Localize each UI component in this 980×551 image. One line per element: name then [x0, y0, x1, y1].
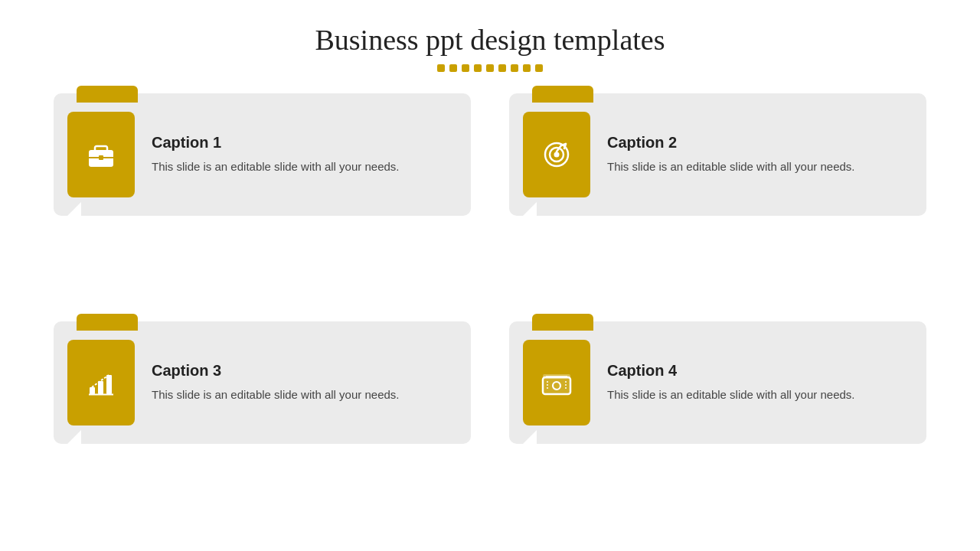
svg-rect-1: [95, 146, 107, 152]
svg-rect-11: [90, 387, 95, 394]
card-4: Caption 4 This slide is an editable slid…: [509, 321, 926, 444]
briefcase-icon: [84, 138, 118, 171]
card-2-icon-block: [523, 112, 590, 197]
card-4-text: Caption 4 This slide is an editable slid…: [607, 362, 855, 403]
card-4-caption: Caption 4: [607, 362, 855, 380]
cards-grid: Caption 1 This slide is an editable slid…: [54, 93, 926, 528]
card-2-text: Caption 2 This slide is an editable slid…: [607, 134, 855, 175]
dot-2: [449, 64, 457, 72]
dot-1: [437, 64, 445, 72]
card-wrapper-1: Caption 1 This slide is an editable slid…: [54, 93, 471, 300]
card-2: Caption 2 This slide is an editable slid…: [509, 93, 926, 216]
card-tab-2: [532, 86, 593, 103]
svg-rect-4: [99, 155, 103, 160]
card-wrapper-3: Caption 3 This slide is an editable slid…: [54, 321, 471, 528]
card-4-body: This slide is an editable slide with all…: [607, 386, 855, 403]
card-tab-4: [532, 314, 593, 331]
card-1-body: This slide is an editable slide with all…: [152, 158, 400, 175]
card-2-caption: Caption 2: [607, 134, 855, 152]
dot-9: [535, 64, 543, 72]
card-1-icon-block: [67, 112, 135, 197]
dot-4: [474, 64, 482, 72]
card-3-body: This slide is an editable slide with all…: [152, 386, 400, 403]
card-4-icon-block: [523, 340, 590, 425]
card-1: Caption 1 This slide is an editable slid…: [54, 93, 471, 216]
svg-point-7: [554, 152, 560, 158]
money-icon: [540, 366, 573, 399]
card-2-body: This slide is an editable slide with all…: [607, 158, 855, 175]
card-tab-3: [77, 314, 138, 331]
card-wrapper-2: Caption 2 This slide is an editable slid…: [509, 93, 926, 300]
target-icon: [540, 138, 573, 171]
dot-7: [511, 64, 518, 72]
card-3-caption: Caption 3: [152, 362, 400, 380]
card-tab-1: [77, 86, 138, 103]
decorative-dots: [437, 64, 543, 72]
card-3-icon-block: [67, 340, 135, 425]
svg-rect-13: [106, 375, 112, 394]
card-1-text: Caption 1 This slide is an editable slid…: [152, 134, 400, 175]
dot-3: [462, 64, 469, 72]
card-3: Caption 3 This slide is an editable slid…: [54, 321, 471, 444]
card-1-caption: Caption 1: [152, 134, 400, 152]
dot-6: [498, 64, 506, 72]
page-title: Business ppt design templates: [315, 23, 665, 57]
card-wrapper-4: Caption 4 This slide is an editable slid…: [509, 321, 926, 528]
page: Business ppt design templates: [0, 0, 980, 551]
card-3-text: Caption 3 This slide is an editable slid…: [152, 362, 400, 403]
dot-5: [486, 64, 494, 72]
dot-8: [523, 64, 531, 72]
chart-icon: [84, 366, 118, 399]
